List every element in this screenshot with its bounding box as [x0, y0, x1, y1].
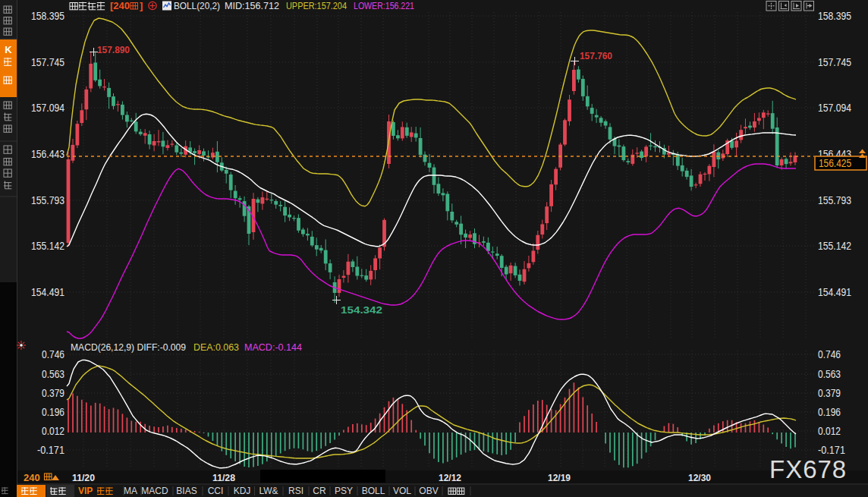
svg-text:155.142: 155.142: [31, 240, 64, 252]
svg-text:0.746: 0.746: [42, 348, 64, 360]
svg-text:BOLL(20,2): BOLL(20,2): [174, 1, 220, 11]
svg-text:VOL: VOL: [393, 486, 411, 496]
svg-text:11/28: 11/28: [212, 473, 235, 483]
svg-text:MACD:-0.144: MACD:-0.144: [244, 342, 302, 353]
svg-text:MACD: MACD: [141, 486, 168, 496]
svg-text:0.563: 0.563: [42, 368, 64, 380]
svg-text:0.012: 0.012: [42, 425, 64, 437]
svg-text:MID:156.712: MID:156.712: [225, 1, 279, 11]
svg-text:FX678: FX678: [769, 455, 847, 483]
svg-text:OBV: OBV: [419, 486, 438, 496]
svg-text:0.379: 0.379: [42, 387, 64, 399]
svg-text:PSY: PSY: [335, 486, 353, 496]
svg-text:157.094: 157.094: [818, 102, 851, 114]
svg-text:0.563: 0.563: [818, 368, 841, 380]
svg-text:240: 240: [24, 472, 40, 483]
svg-text:BIAS: BIAS: [176, 486, 197, 496]
svg-text:157.890: 157.890: [97, 44, 130, 55]
svg-text:UPPER:157.204: UPPER:157.204: [286, 1, 347, 11]
svg-text:154.491: 154.491: [818, 286, 851, 298]
svg-text:156.425: 156.425: [819, 157, 851, 169]
svg-text:158.395: 158.395: [818, 10, 851, 22]
svg-text:12/12: 12/12: [439, 473, 461, 483]
svg-text:0.746: 0.746: [818, 348, 841, 360]
svg-text:-0.171: -0.171: [818, 444, 845, 456]
svg-text:VIP: VIP: [78, 486, 93, 496]
svg-text:MA: MA: [124, 486, 137, 496]
svg-text:157.094: 157.094: [31, 102, 64, 114]
svg-text:156.443: 156.443: [31, 148, 64, 160]
svg-text:157.745: 157.745: [31, 56, 64, 68]
svg-text:MACD(26,12,9) DIFF:-0.009: MACD(26,12,9) DIFF:-0.009: [71, 342, 186, 353]
svg-text:-0.171: -0.171: [37, 444, 64, 456]
svg-text:11/20: 11/20: [72, 473, 95, 483]
svg-text:12/30: 12/30: [688, 473, 711, 483]
svg-text:155.793: 155.793: [818, 194, 851, 206]
svg-text:154.491: 154.491: [31, 286, 64, 298]
svg-text:0.379: 0.379: [818, 387, 841, 399]
svg-text:0.196: 0.196: [42, 406, 64, 418]
svg-text:BOLL: BOLL: [362, 486, 385, 496]
svg-text:CR: CR: [313, 486, 326, 496]
svg-text:12/19: 12/19: [548, 473, 571, 483]
svg-text:155.142: 155.142: [818, 240, 851, 252]
svg-text:LOWER:156.221: LOWER:156.221: [354, 1, 414, 11]
svg-text:157.745: 157.745: [818, 56, 851, 68]
svg-text:154.342: 154.342: [341, 304, 382, 316]
svg-text:0.196: 0.196: [818, 406, 841, 418]
svg-text:157.760: 157.760: [580, 50, 612, 61]
svg-text:DEA:0.063: DEA:0.063: [193, 342, 239, 353]
svg-text:155.793: 155.793: [31, 194, 64, 206]
svg-text:K: K: [5, 44, 12, 55]
svg-text:158.395: 158.395: [31, 10, 64, 22]
svg-text:[240: [240: [110, 0, 130, 11]
svg-text:CCI: CCI: [208, 486, 224, 496]
svg-text:LW&: LW&: [259, 486, 278, 496]
svg-text:0.012: 0.012: [818, 425, 841, 437]
svg-text:RSI: RSI: [288, 486, 303, 496]
svg-text:]: ]: [140, 0, 143, 11]
svg-text:KDJ: KDJ: [234, 486, 251, 496]
